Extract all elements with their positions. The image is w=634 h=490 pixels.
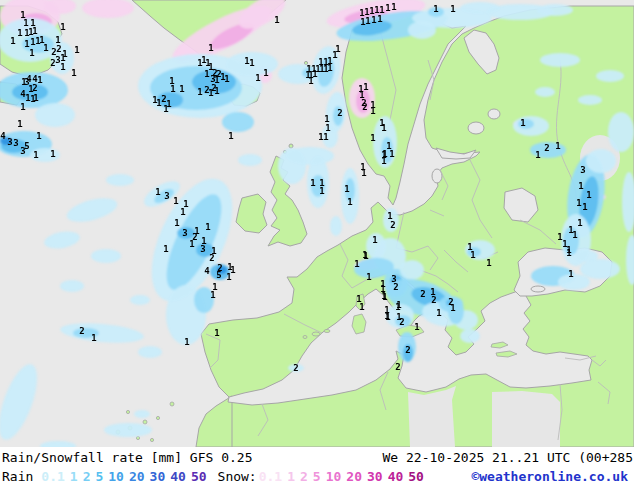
precip-value-label: 1: [71, 68, 76, 78]
precip-value-label: 1: [227, 262, 232, 272]
rain-legend-value: 20: [129, 469, 145, 484]
rain-legend-value: 0.1: [41, 469, 64, 484]
precip-value-label: 1: [156, 98, 161, 108]
precip-value-label: 3: [580, 165, 585, 175]
precip-value-label: 1: [224, 74, 229, 84]
sea-body: [531, 286, 545, 292]
precip-value-label: 1: [170, 84, 175, 94]
precip-value-label: 1: [29, 48, 34, 58]
island: [150, 438, 153, 441]
precip-value-label: 1: [327, 63, 332, 73]
precip-value-label: 4: [0, 131, 6, 141]
precip-value-label: 1: [17, 119, 22, 129]
rain-blob: [60, 280, 84, 292]
rain-blob: [608, 112, 634, 152]
precip-value-label: 1: [184, 337, 189, 347]
precip-value-label: 2: [393, 282, 398, 292]
caption-bar: Rain/Snowfall rate [mm] GFS 0.25 We 22-1…: [0, 447, 634, 490]
precip-value-label: 1: [576, 198, 581, 208]
rain-blob: [106, 174, 134, 186]
precip-value-label: 1: [305, 70, 310, 80]
island: [126, 410, 129, 413]
precip-value-label: 1: [372, 235, 377, 245]
copyright-link[interactable]: ©weatheronline.co.uk: [471, 469, 628, 484]
precip-value-label: 1: [430, 287, 435, 297]
precip-value-label: 1: [228, 131, 233, 141]
rain-blob: [330, 216, 342, 236]
precip-value-label: 1: [33, 93, 38, 103]
precip-value-label: 2: [293, 363, 298, 373]
island: [312, 332, 320, 336]
snow-legend-value: 0.1: [259, 469, 282, 484]
precip-value-label: 2: [399, 317, 404, 327]
precip-value-label: 1: [163, 244, 168, 254]
precipitation-map: 1111111111111111221123111413412141111143…: [0, 0, 634, 448]
precip-value-label: 1: [163, 104, 168, 114]
precip-value-label: 3: [182, 228, 187, 238]
rain-blob: [537, 4, 573, 16]
rain-blob: [460, 2, 500, 14]
island: [143, 420, 147, 424]
rain-blob: [460, 329, 480, 343]
precip-value-label: 1: [50, 149, 55, 159]
precip-value-label: 1: [91, 333, 96, 343]
precip-value-label: 1: [179, 84, 184, 94]
rain-blob: [91, 249, 121, 263]
precip-value-label: 1: [450, 4, 455, 14]
precip-value-label: 1: [208, 88, 213, 98]
precip-value-label: 1: [362, 250, 367, 260]
precip-value-label: 1: [370, 133, 375, 143]
precip-value-label: 1: [17, 28, 22, 38]
rain-blob: [586, 149, 616, 173]
precip-value-label: 1: [366, 272, 371, 282]
precip-value-label: 3: [7, 137, 12, 147]
precip-value-label: 1: [323, 132, 328, 142]
precip-value-label: 1: [249, 58, 254, 68]
precip-value-label: 1: [568, 269, 573, 279]
precip-value-label: 1: [582, 202, 587, 212]
snow-legend-value: 40: [388, 469, 404, 484]
rain-blob: [558, 274, 590, 290]
precip-value-label: 1: [381, 156, 386, 166]
precip-value-label: 1: [381, 123, 386, 133]
snow-legend-value: 20: [346, 469, 362, 484]
precip-value-label: 1: [436, 308, 441, 318]
precip-value-label: 1: [555, 141, 560, 151]
precip-value-label: 1: [347, 197, 352, 207]
map-title: Rain/Snowfall rate [mm] GFS 0.25: [2, 450, 252, 465]
snow-legend-value: 50: [408, 469, 424, 484]
rain-blob: [134, 410, 150, 418]
island: [324, 330, 330, 333]
precip-value-label: 1: [74, 45, 79, 55]
snow-legend-value: 30: [367, 469, 383, 484]
precip-value-label: 2: [544, 143, 549, 153]
weather-map-page: 1111111111111111221123111413412141111143…: [0, 0, 634, 490]
snow-legend-value: 1: [287, 469, 295, 484]
precip-value-label: 1: [173, 196, 178, 206]
rain-blob: [130, 295, 150, 305]
precip-value-label: 1: [263, 68, 268, 78]
precip-value-label: 3: [13, 138, 18, 148]
precip-value-label: 3: [200, 244, 205, 254]
precip-value-label: 1: [180, 207, 185, 217]
precip-value-label: 1: [174, 218, 179, 228]
rain-blob: [238, 154, 262, 166]
precip-value-label: 1: [204, 69, 209, 79]
precip-value-label: 1: [577, 218, 582, 228]
precip-value-label: 2: [405, 345, 410, 355]
island: [352, 314, 366, 334]
pale-terrain: [408, 386, 456, 447]
precip-value-label: 2: [362, 102, 367, 112]
rain-legend-values: 0.11251020304050: [41, 469, 211, 484]
precip-value-label: 1: [226, 272, 231, 282]
precip-value-label: 3: [20, 146, 25, 156]
rain-blob: [104, 423, 152, 437]
precip-value-label: 1: [572, 230, 577, 240]
sea-body: [488, 109, 500, 119]
precip-value-label: 1: [214, 86, 219, 96]
snow-legend-value: 10: [326, 469, 342, 484]
precip-value-label: 1: [586, 190, 591, 200]
snow-legend-value: 2: [300, 469, 308, 484]
precip-value-label: 1: [470, 250, 475, 260]
precip-value-label: 1: [205, 222, 210, 232]
